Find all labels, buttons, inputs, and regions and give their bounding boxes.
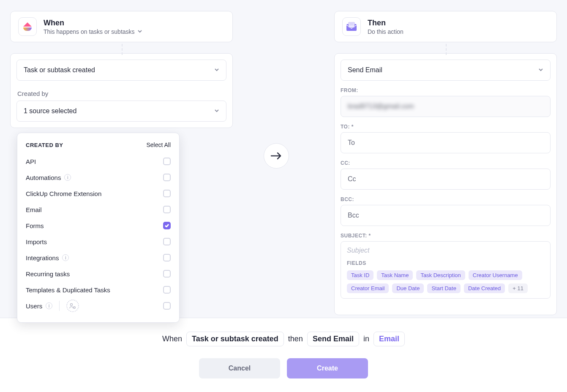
field-chip[interactable]: Creator Username xyxy=(469,270,522,280)
from-label: FROM: xyxy=(341,87,551,93)
field-chip[interactable]: Task Name xyxy=(377,270,413,280)
dropdown-option[interactable]: Usersi xyxy=(26,298,171,314)
dropdown-option[interactable]: Imports xyxy=(26,234,171,250)
checkbox[interactable] xyxy=(163,222,171,229)
chevron-down-icon xyxy=(214,66,219,74)
checkbox[interactable] xyxy=(163,270,171,278)
checkbox[interactable] xyxy=(163,254,171,261)
field-chip[interactable]: Start Date xyxy=(427,283,461,293)
summary-action-tag[interactable]: Send Email xyxy=(307,332,359,346)
checkbox[interactable] xyxy=(163,302,171,310)
automation-summary: When Task or subtask created then Send E… xyxy=(162,332,405,346)
dropdown-option[interactable]: Forms xyxy=(26,218,171,234)
connector-line xyxy=(122,44,123,55)
dropdown-option-label: Integrations xyxy=(26,254,59,261)
field-chip[interactable]: Date Created xyxy=(464,283,505,293)
when-subtitle-text: This happens on tasks or subtasks xyxy=(44,28,135,35)
then-subtitle: Do this action xyxy=(368,28,403,35)
to-field[interactable]: To xyxy=(341,132,551,153)
field-chip[interactable]: Creator Email xyxy=(347,283,389,293)
cc-field[interactable]: Cc xyxy=(341,169,551,190)
chevron-down-icon xyxy=(137,28,142,35)
dropdown-option[interactable]: Templates & Duplicated Tasks xyxy=(26,282,171,298)
cc-placeholder: Cc xyxy=(348,175,356,183)
field-chip[interactable]: Due Date xyxy=(392,283,424,293)
when-config-card: Task or subtask created Created by 1 sou… xyxy=(10,53,233,128)
dropdown-option-label: API xyxy=(26,158,36,165)
when-subtitle-trigger[interactable]: This happens on tasks or subtasks xyxy=(44,28,142,35)
info-icon[interactable]: i xyxy=(46,302,52,309)
dropdown-option[interactable]: Integrationsi xyxy=(26,250,171,266)
arrow-right-icon xyxy=(270,152,282,160)
dropdown-option[interactable]: API xyxy=(26,153,171,169)
dropdown-option[interactable]: Automationsi xyxy=(26,169,171,185)
from-field[interactable]: brad9713@gmail.com xyxy=(341,96,551,117)
dropdown-option-label: Imports xyxy=(26,238,47,245)
dropdown-option-label: Templates & Duplicated Tasks xyxy=(26,286,110,294)
info-icon[interactable]: i xyxy=(62,254,69,261)
dropdown-option-label: ClickUp Chrome Extension xyxy=(26,190,101,197)
created-by-value: 1 source selected xyxy=(24,107,76,115)
cc-label: CC: xyxy=(341,160,551,166)
then-title: Then xyxy=(368,19,403,27)
to-placeholder: To xyxy=(348,139,355,147)
then-header-card: Then Do this action xyxy=(334,11,557,42)
when-title: When xyxy=(44,19,142,27)
email-icon xyxy=(342,17,361,36)
checkbox[interactable] xyxy=(163,238,171,245)
dropdown-title: CREATED BY xyxy=(26,142,63,148)
summary-when-word: When xyxy=(162,335,182,343)
divider xyxy=(59,301,60,311)
summary-then-word: then xyxy=(288,335,303,343)
from-value: brad9713@gmail.com xyxy=(348,103,414,110)
dropdown-option[interactable]: Email xyxy=(26,201,171,218)
dropdown-option-label: Recurring tasks xyxy=(26,270,70,278)
checkbox[interactable] xyxy=(163,174,171,181)
clickup-logo-icon xyxy=(18,17,37,36)
action-select-value: Send Email xyxy=(348,66,382,74)
chevron-down-icon xyxy=(538,66,543,74)
checkbox[interactable] xyxy=(163,158,171,165)
add-people-icon[interactable] xyxy=(66,299,79,312)
checkbox[interactable] xyxy=(163,190,171,197)
dropdown-option[interactable]: Recurring tasks xyxy=(26,266,171,282)
checkbox[interactable] xyxy=(163,206,171,213)
create-button[interactable]: Create xyxy=(287,358,368,378)
chevron-down-icon xyxy=(214,107,219,115)
summary-trigger-tag[interactable]: Task or subtask created xyxy=(186,332,284,346)
subject-field[interactable]: Subject FIELDS Task IDTask NameTask Desc… xyxy=(341,241,551,299)
when-column: When This happens on tasks or subtasks T… xyxy=(10,11,233,128)
dropdown-option-label: Forms xyxy=(26,222,44,229)
bcc-field[interactable]: Bcc xyxy=(341,205,551,226)
dropdown-option-label: Users xyxy=(26,302,42,310)
select-all-button[interactable]: Select All xyxy=(146,142,171,148)
field-chip[interactable]: Task ID xyxy=(347,270,373,280)
dropdown-option-label: Automations xyxy=(26,174,61,181)
dropdown-option[interactable]: ClickUp Chrome Extension xyxy=(26,185,171,201)
connector-line xyxy=(446,44,447,55)
then-config-card: Send Email FROM: brad9713@gmail.com TO: … xyxy=(334,53,557,315)
summary-in-word: in xyxy=(363,335,369,343)
field-chips: Task IDTask NameTask DescriptionCreator … xyxy=(347,270,544,293)
summary-location-tag[interactable]: Email xyxy=(373,332,405,346)
to-label: TO: * xyxy=(341,124,551,130)
then-column: Then Do this action Send Email FROM: bra… xyxy=(334,11,557,315)
field-chip-more[interactable]: + 11 xyxy=(508,283,528,293)
action-select[interactable]: Send Email xyxy=(341,60,551,81)
bcc-placeholder: Bcc xyxy=(348,212,359,219)
subject-placeholder: Subject xyxy=(347,247,544,254)
field-chip[interactable]: Task Description xyxy=(416,270,465,280)
trigger-select[interactable]: Task or subtask created xyxy=(16,60,226,81)
svg-point-4 xyxy=(71,304,73,306)
bcc-label: BCC: xyxy=(341,196,551,202)
created-by-dropdown: CREATED BY Select All APIAutomationsiCli… xyxy=(17,133,180,323)
created-by-label: Created by xyxy=(17,90,226,97)
checkbox[interactable] xyxy=(163,286,171,294)
when-header-card: When This happens on tasks or subtasks xyxy=(10,11,233,42)
info-icon[interactable]: i xyxy=(64,174,71,181)
created-by-select[interactable]: 1 source selected xyxy=(16,101,226,122)
subject-label: SUBJECT: * xyxy=(341,233,551,239)
dropdown-option-label: Email xyxy=(26,206,42,213)
workflow-canvas: When This happens on tasks or subtasks T… xyxy=(0,0,567,318)
cancel-button[interactable]: Cancel xyxy=(199,358,280,378)
